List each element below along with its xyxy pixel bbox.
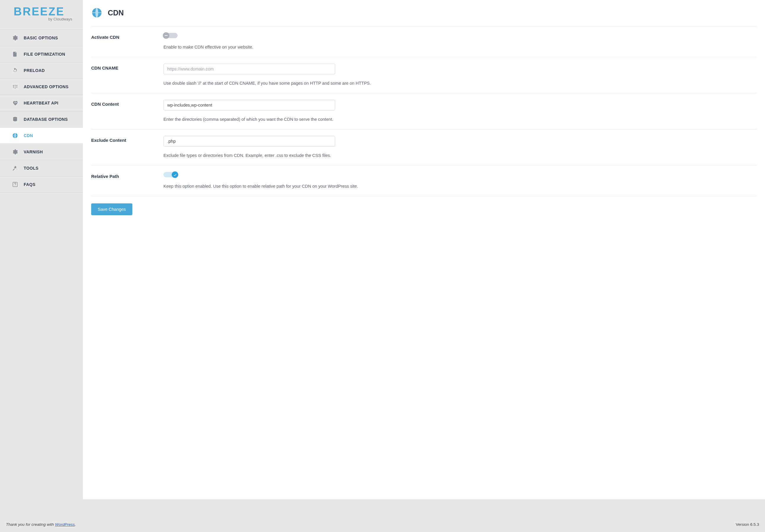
setting-exclude-content: Exclude Content Exclude file types or di… xyxy=(91,129,757,166)
footer-thanks: Thank you for creating with WordPress. xyxy=(6,522,76,527)
heartbeat-icon xyxy=(12,100,18,106)
sidebar-item-label: FAQS xyxy=(24,182,36,187)
setting-desc: Exclude file types or directories from C… xyxy=(163,153,757,159)
sliders-icon xyxy=(12,84,18,90)
page-title: CDN xyxy=(108,9,124,17)
tools-icon xyxy=(12,165,18,172)
sidebar-item-tools[interactable]: TOOLS xyxy=(0,160,83,176)
sidebar-item-label: TOOLS xyxy=(24,166,39,171)
faq-icon xyxy=(12,181,18,188)
setting-cdn-cname: CDN CNAME Use double slash '//' at the s… xyxy=(91,57,757,93)
setting-label: Activate CDN xyxy=(91,35,119,40)
file-icon xyxy=(12,51,18,57)
check-icon xyxy=(172,172,178,178)
sidebar-item-label: DATABASE OPTIONS xyxy=(24,117,68,122)
setting-desc: Enable to make CDN effective on your web… xyxy=(163,44,757,50)
sidebar-item-label: PRELOAD xyxy=(24,68,45,73)
sidebar: BREEZE by Cloudways BASIC OPTIONS FILE O… xyxy=(0,0,83,517)
wordpress-link[interactable]: WordPress xyxy=(55,522,75,527)
setting-desc: Enter the directories (comma separated) … xyxy=(163,116,757,123)
setting-activate-cdn: Activate CDN Enable to make CDN effectiv… xyxy=(91,26,757,57)
database-icon xyxy=(12,116,18,123)
setting-label: Relative Path xyxy=(91,174,119,179)
sidebar-item-database-options[interactable]: DATABASE OPTIONS xyxy=(0,111,83,127)
main-panel: CDN Activate CDN Enable to make CDN effe… xyxy=(83,0,765,499)
brand-name: BREEZE xyxy=(14,5,73,18)
sidebar-item-label: CDN xyxy=(24,133,33,138)
sidebar-item-label: FILE OPTIMIZATION xyxy=(24,52,65,57)
globe-icon xyxy=(12,132,18,139)
sidebar-item-label: HEARTBEAT API xyxy=(24,101,58,105)
sidebar-item-label: BASIC OPTIONS xyxy=(24,36,58,40)
sidebar-nav: BASIC OPTIONS FILE OPTIMIZATION PRELOAD … xyxy=(0,30,83,193)
sidebar-item-varnish[interactable]: VARNISH xyxy=(0,144,83,160)
sidebar-item-cdn[interactable]: CDN xyxy=(0,127,83,144)
setting-label: CDN Content xyxy=(91,102,119,107)
cdn-cname-input[interactable] xyxy=(163,64,335,74)
globe-icon xyxy=(91,7,102,18)
sidebar-item-heartbeat-api[interactable]: HEARTBEAT API xyxy=(0,95,83,111)
setting-label: CDN CNAME xyxy=(91,65,118,71)
sidebar-item-advanced-options[interactable]: ADVANCED OPTIONS xyxy=(0,79,83,95)
gear-icon xyxy=(12,149,18,155)
brand-logo: BREEZE by Cloudways xyxy=(0,5,83,30)
footer-version: Version 6.5.3 xyxy=(736,522,759,527)
relative-path-toggle[interactable] xyxy=(163,172,178,177)
sidebar-item-faqs[interactable]: FAQS xyxy=(0,176,83,193)
footer: Thank you for creating with WordPress. V… xyxy=(0,517,765,532)
page-header: CDN xyxy=(91,7,757,26)
cdn-content-input[interactable] xyxy=(163,100,335,110)
setting-relative-path: Relative Path Keep this option enabled. … xyxy=(91,166,757,196)
sidebar-item-file-optimization[interactable]: FILE OPTIMIZATION xyxy=(0,46,83,62)
sidebar-item-label: VARNISH xyxy=(24,150,43,154)
sidebar-item-preload[interactable]: PRELOAD xyxy=(0,62,83,79)
reload-icon xyxy=(12,67,18,74)
setting-desc: Use double slash '//' at the start of CD… xyxy=(163,80,757,87)
save-changes-button[interactable]: Save Changes xyxy=(91,204,132,215)
sidebar-item-label: ADVANCED OPTIONS xyxy=(24,84,69,89)
sidebar-item-basic-options[interactable]: BASIC OPTIONS xyxy=(0,30,83,46)
exclude-content-input[interactable] xyxy=(163,136,335,147)
setting-desc: Keep this option enabled. Use this optio… xyxy=(163,183,757,190)
activate-cdn-toggle[interactable] xyxy=(163,33,178,38)
gear-icon xyxy=(12,35,18,41)
setting-label: Exclude Content xyxy=(91,138,126,143)
setting-cdn-content: CDN Content Enter the directories (comma… xyxy=(91,93,757,129)
